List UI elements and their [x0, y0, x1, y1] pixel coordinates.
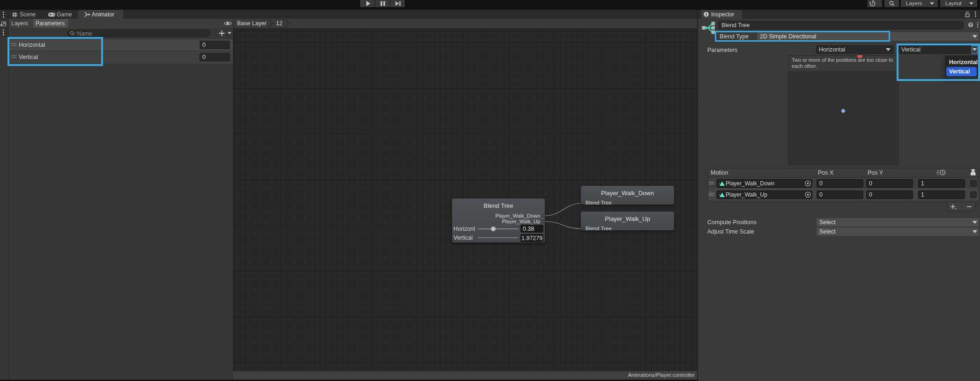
svg-text:?: ?: [969, 22, 972, 27]
